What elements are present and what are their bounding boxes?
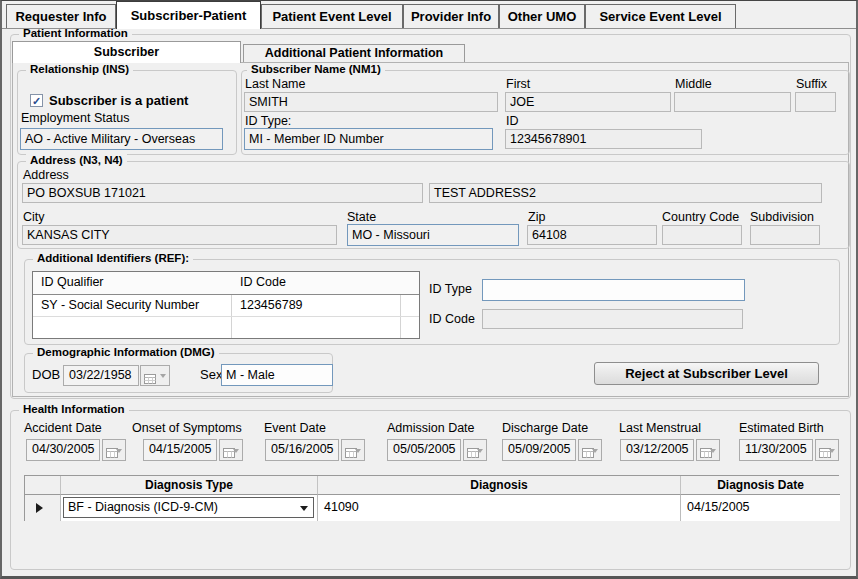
dropdown-arrow-icon <box>477 449 483 453</box>
onset-calendar-button[interactable] <box>219 439 243 461</box>
zip-field[interactable]: 64108 <box>527 225 657 245</box>
dob-label: DOB <box>32 367 60 382</box>
employment-status-label: Employment Status <box>21 111 129 125</box>
tab-other-umo[interactable]: Other UMO <box>499 4 585 28</box>
address-label: Address <box>23 168 69 182</box>
diagnosis-date-cell[interactable]: 04/15/2005 <box>681 495 840 521</box>
calendar-icon <box>467 444 479 462</box>
discharge-date-picker[interactable]: 05/09/2005 <box>502 439 576 461</box>
diagnosis-type-cell[interactable]: BF - Diagnosis (ICD-9-CM) <box>61 495 318 521</box>
id-field[interactable]: 12345678901 <box>505 129 702 149</box>
grid-row-empty[interactable] <box>33 317 419 338</box>
event-date-calendar-button[interactable] <box>341 439 365 461</box>
tab-service-event-level[interactable]: Service Event Level <box>585 4 736 28</box>
ref-id-type-label: ID Type <box>429 282 472 296</box>
diagnosis-cell[interactable]: 41090 <box>318 495 681 521</box>
dropdown-arrow-icon <box>710 449 716 453</box>
admission-date-label: Admission Date <box>387 421 475 435</box>
tab-requester-info[interactable]: Requester Info <box>6 4 116 28</box>
middle-name-field[interactable] <box>674 92 791 112</box>
id-label: ID <box>506 114 519 128</box>
calendar-icon <box>819 444 831 462</box>
subscriber-is-patient-label: Subscriber is a patient <box>49 93 188 108</box>
calendar-icon <box>223 444 235 462</box>
event-date-picker[interactable]: 05/16/2005 <box>265 439 339 461</box>
sex-label: Sex <box>200 367 222 382</box>
group-address-label: Address (N3, N4) <box>26 154 127 166</box>
row-selector-cell[interactable] <box>25 495 61 521</box>
middle-name-label: Middle <box>675 77 712 91</box>
group-subscriber-name-label: Subscriber Name (NM1) <box>247 63 385 75</box>
admission-calendar-button[interactable] <box>463 439 487 461</box>
diagnosis-type-value: BF - Diagnosis (ICD-9-CM) <box>68 500 218 514</box>
accident-date-picker[interactable]: 04/30/2005 <box>26 439 100 461</box>
grid-cell-id-code[interactable]: 123456789 <box>232 295 400 312</box>
country-code-label: Country Code <box>662 210 739 224</box>
dropdown-arrow-icon <box>300 506 308 511</box>
country-code-field[interactable] <box>662 225 742 245</box>
id-type-label: ID Type: <box>245 114 291 128</box>
reject-at-subscriber-level-button[interactable]: Reject at Subscriber Level <box>594 362 819 385</box>
dob-datepicker[interactable]: 03/22/1958 <box>63 365 139 386</box>
group-additional-identifiers-label: Additional Identifiers (REF): <box>33 252 193 264</box>
last-menstrual-label: Last Menstrual <box>619 421 701 435</box>
city-field[interactable]: KANSAS CITY <box>22 225 337 245</box>
estimated-birth-label: Estimated Birth <box>739 421 824 435</box>
address2-field[interactable]: TEST ADDRESS2 <box>429 183 822 203</box>
subdivision-field[interactable] <box>750 225 820 245</box>
last-menstrual-calendar-button[interactable] <box>696 439 720 461</box>
dob-calendar-button[interactable] <box>140 365 170 386</box>
discharge-date-label: Discharge Date <box>502 421 588 435</box>
zip-label: Zip <box>528 210 545 224</box>
grid-header-selector <box>25 476 61 495</box>
grid-row[interactable]: SY - Social Security Number 123456789 <box>33 295 419 317</box>
subtab-additional-patient-information[interactable]: Additional Patient Information <box>243 44 465 62</box>
onset-of-symptoms-picker[interactable]: 04/15/2005 <box>143 439 217 461</box>
subscriber-is-patient-checkbox[interactable]: ✓ <box>30 94 43 107</box>
grid-header-diagnosis-date: Diagnosis Date <box>681 476 840 495</box>
tab-provider-info[interactable]: Provider Info <box>403 4 499 28</box>
tab-subscriber-patient[interactable]: Subscriber-Patient <box>116 1 261 29</box>
grid-cell-id-qualifier[interactable]: SY - Social Security Number <box>33 295 231 312</box>
ref-id-code-field[interactable] <box>482 309 743 329</box>
calendar-icon <box>106 444 118 462</box>
last-name-field[interactable]: SMITH <box>244 92 498 112</box>
city-label: City <box>23 210 45 224</box>
accident-date-calendar-button[interactable] <box>102 439 126 461</box>
diagnosis-type-combobox[interactable]: BF - Diagnosis (ICD-9-CM) <box>63 497 314 518</box>
state-combobox[interactable]: MO - Missouri <box>347 224 519 246</box>
employment-status-combobox[interactable]: AO - Active Military - Overseas <box>20 128 223 150</box>
address1-field[interactable]: PO BOXSUB 171021 <box>22 183 423 203</box>
first-name-label: First <box>506 77 530 91</box>
tab-patient-event-level[interactable]: Patient Event Level <box>261 4 403 28</box>
suffix-field[interactable] <box>795 92 836 112</box>
grid-header-id-qualifier: ID Qualifier <box>33 272 231 289</box>
last-menstrual-picker[interactable]: 03/12/2005 <box>620 439 694 461</box>
dropdown-arrow-icon <box>355 449 361 453</box>
group-relationship-label: Relationship (INS) <box>26 63 133 75</box>
sex-combobox[interactable]: M - Male <box>221 364 333 386</box>
grid-header-row: ID Qualifier ID Code <box>33 272 419 295</box>
discharge-calendar-button[interactable] <box>578 439 602 461</box>
ref-id-code-label: ID Code <box>429 312 475 326</box>
ref-id-type-combobox[interactable] <box>482 279 745 301</box>
grid-cell-id-qualifier[interactable] <box>33 317 231 320</box>
dropdown-arrow-icon <box>160 374 166 378</box>
accident-date-label: Accident Date <box>24 421 102 435</box>
estimated-birth-calendar-button[interactable] <box>815 439 839 461</box>
id-type-combobox[interactable]: MI - Member ID Number <box>244 128 493 150</box>
group-demographic-label: Demographic Information (DMG) <box>33 346 219 358</box>
grid-header-id-code: ID Code <box>232 272 400 289</box>
calendar-icon <box>700 444 712 462</box>
diagnosis-grid[interactable]: Diagnosis Type Diagnosis Diagnosis Date … <box>24 475 839 521</box>
estimated-birth-picker[interactable]: 11/30/2005 <box>739 439 813 461</box>
subtab-subscriber[interactable]: Subscriber <box>12 41 241 63</box>
state-label: State <box>347 210 376 224</box>
calendar-icon <box>144 370 156 388</box>
dropdown-arrow-icon <box>116 449 122 453</box>
first-name-field[interactable]: JOE <box>505 92 671 112</box>
admission-date-picker[interactable]: 05/05/2005 <box>387 439 461 461</box>
grid-cell-id-code[interactable] <box>232 317 400 320</box>
event-date-label: Event Date <box>264 421 326 435</box>
additional-identifiers-grid[interactable]: ID Qualifier ID Code SY - Social Securit… <box>32 271 420 339</box>
